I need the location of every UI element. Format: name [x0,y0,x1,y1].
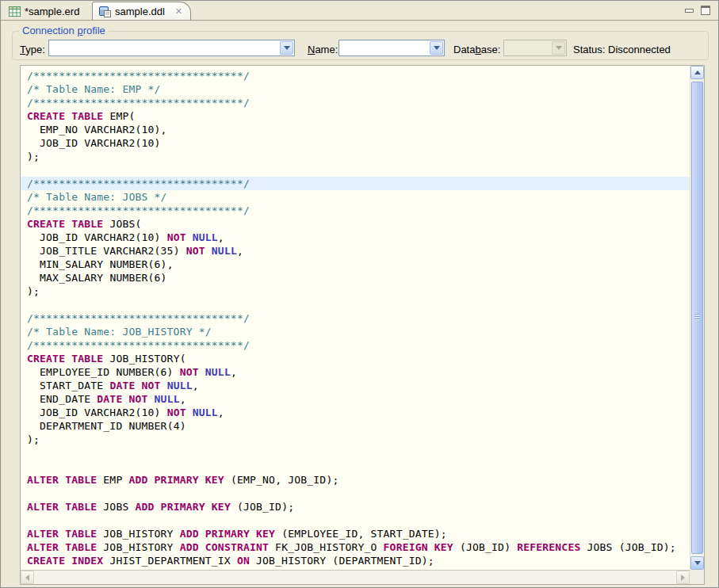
database-combobox-value [507,42,550,55]
scrollbar-grip [694,314,700,321]
name-label: Name: [308,44,338,55]
code-line[interactable]: ALTER TABLE JOB_HISTORY ADD PRIMARY KEY … [21,527,690,540]
editor-window: *sample.erd sample.ddl ✕ Connection prof… [0,0,719,588]
code-line[interactable] [21,514,690,527]
code-line[interactable]: JOB_ID VARCHAR2(10) NOT NULL, [21,231,690,244]
code-line[interactable]: /* Table Name: JOBS */ [21,190,690,204]
code-line[interactable]: ); [21,284,690,298]
scroll-right-button[interactable] [676,571,690,584]
chevron-up-icon [694,71,701,74]
scroll-down-button[interactable] [690,556,704,570]
scroll-up-button[interactable] [690,66,704,79]
code-area[interactable]: /*********************************//* Ta… [21,66,690,570]
minimize-icon[interactable] [685,9,694,13]
view-controls [685,6,710,15]
type-combobox-value [52,42,278,55]
tab-label: *sample.erd [25,6,79,17]
code-line[interactable]: MAX_SALARY NUMBER(6) [21,271,690,284]
database-combobox-dropdown-button [552,41,565,55]
code-line[interactable]: DEPARTMENT_ID NUMBER(4) [21,419,690,433]
vertical-scrollbar-thumb[interactable] [691,82,703,554]
scroll-left-button[interactable] [21,571,34,584]
code-line[interactable]: /*********************************/ [21,338,690,352]
code-line[interactable]: /*********************************/ [21,311,690,325]
editor-tab-bar: *sample.erd sample.ddl ✕ [1,1,718,21]
vertical-scrollbar[interactable] [690,66,704,570]
maximize-icon[interactable] [701,6,710,15]
code-line[interactable]: CREATE TABLE JOB_HISTORY( [21,352,690,365]
name-combobox[interactable] [338,40,445,56]
code-line[interactable]: /*********************************/ [21,96,690,109]
name-combobox-value [342,42,428,55]
type-combobox-dropdown-button[interactable] [280,41,293,55]
code-line[interactable]: ); [21,433,690,446]
code-line[interactable]: JOB_TITLE VARCHAR2(35) NOT NULL, [21,244,690,258]
code-line[interactable]: /*********************************/ [21,204,690,217]
code-line[interactable] [21,163,690,177]
tab-sample-erd[interactable]: *sample.erd [4,3,87,20]
code-line[interactable] [21,487,690,500]
type-combobox[interactable] [48,40,295,56]
chevron-down-icon [556,46,562,50]
code-line[interactable]: CREATE TABLE EMP( [21,109,690,123]
code-line[interactable] [21,298,690,311]
chevron-down-icon [694,561,701,565]
chevron-down-icon [434,46,440,50]
code-line[interactable]: ); [21,150,690,163]
type-label: Type: [20,44,45,55]
code-line[interactable]: /* Table Name: EMP */ [21,82,690,96]
chevron-down-icon [284,46,290,50]
sql-editor: /*********************************//* Ta… [20,65,705,585]
scrollbar-corner [690,570,704,584]
table-icon [9,6,21,17]
database-label: Database: [453,44,500,55]
tab-close-icon[interactable]: ✕ [174,6,184,17]
database-combobox [503,40,567,56]
chevron-left-icon [25,575,29,581]
tab-sample-ddl[interactable]: sample.ddl ✕ [92,2,191,20]
code-line[interactable]: EMPLOYEE_ID NUMBER(6) NOT NULL, [21,365,690,379]
tab-label: sample.ddl [115,6,165,17]
connection-profile-title: Connection profile [19,25,109,36]
code-line[interactable] [21,460,690,473]
code-line[interactable]: /* Table Name: JOB_HISTORY */ [21,325,690,338]
code-line-current[interactable]: /*********************************/ [21,177,690,190]
code-line[interactable]: ALTER TABLE EMP ADD PRIMARY KEY (EMP_NO,… [21,473,690,487]
code-line[interactable]: END_DATE DATE NOT NULL, [21,392,690,406]
connection-status: Status: Disconnected [573,44,671,55]
sql-file-icon [99,6,111,17]
chevron-right-icon [681,575,685,581]
code-line[interactable]: JOB_ID VARCHAR2(10) [21,136,690,150]
code-line[interactable]: CREATE TABLE JOBS( [21,217,690,231]
code-line[interactable]: JOB_ID VARCHAR2(10) NOT NULL, [21,406,690,419]
code-line[interactable] [21,446,690,460]
code-line[interactable]: CREATE INDEX JHIST_DEPARTMENT_IX ON JOB_… [21,554,690,567]
horizontal-scrollbar[interactable] [21,570,690,584]
code-line[interactable]: /*********************************/ [21,69,690,82]
code-line[interactable]: MIN_SALARY NUMBER(6), [21,258,690,271]
name-combobox-dropdown-button[interactable] [430,41,443,55]
code-line[interactable]: EMP_NO VARCHAR2(10), [21,123,690,136]
code-line[interactable]: ALTER TABLE JOBS ADD PRIMARY KEY (JOB_ID… [21,500,690,514]
code-line[interactable]: ALTER TABLE JOB_HISTORY ADD CONSTRAINT F… [21,540,690,554]
code-line[interactable]: START_DATE DATE NOT NULL, [21,379,690,392]
